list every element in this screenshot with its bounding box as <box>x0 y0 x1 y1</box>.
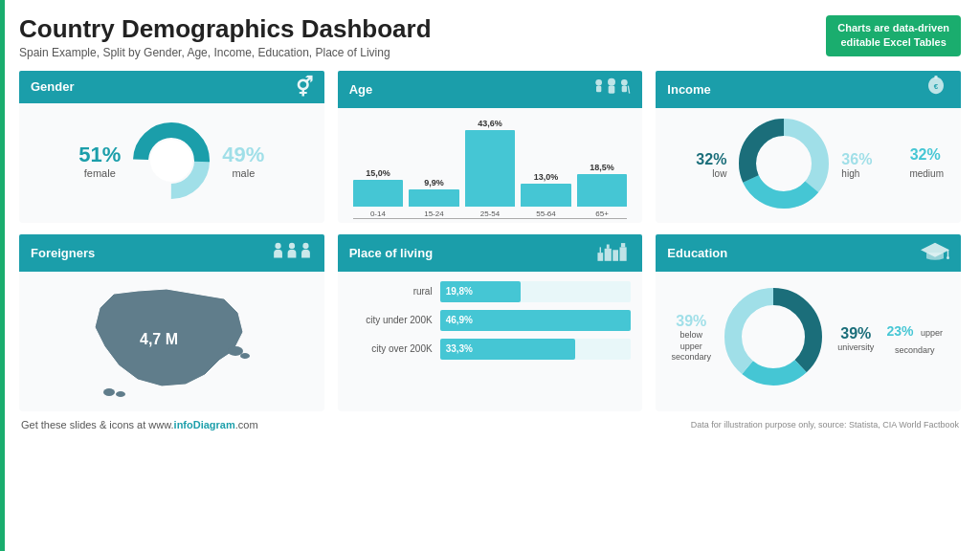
gender-label: Gender <box>31 79 75 94</box>
svg-text:4,7 M: 4,7 M <box>140 331 178 347</box>
edu-donut-svg <box>721 284 826 389</box>
svg-point-22 <box>116 391 125 397</box>
high-label: high <box>841 168 872 179</box>
university-label: university <box>832 342 880 352</box>
dashboard: Country Demographics Dashboard Spain Exa… <box>0 0 980 551</box>
place-bar-pct: 33,3% <box>446 343 473 354</box>
bar-baseline <box>353 218 628 219</box>
age-bar-group: 13,0% 55-64 <box>521 172 571 218</box>
excel-badge: Charts are data-driven editable Excel Ta… <box>826 15 961 56</box>
university-pct: 39% <box>832 325 880 342</box>
brand-name: infoDiagram <box>174 419 235 430</box>
svg-rect-28 <box>613 250 619 261</box>
below-upper-pct: 39% <box>667 313 715 330</box>
bar-fill <box>577 174 628 207</box>
header-text: Country Demographics Dashboard Spain Exa… <box>19 15 432 59</box>
footer-left: Get these slides & icons at www.infoDiag… <box>21 419 258 430</box>
page-subtitle: Spain Example, Split by Gender, Age, Inc… <box>19 46 432 59</box>
male-pct: 49% <box>222 143 264 167</box>
svg-rect-25 <box>600 247 601 253</box>
foreigners-banner: Foreigners <box>19 234 324 272</box>
bar-fill <box>465 130 516 207</box>
footer: Get these slides & icons at www.infoDiag… <box>19 419 961 430</box>
education-card: Education 39% belowuppersecondary <box>656 234 961 411</box>
svg-point-33 <box>947 256 949 259</box>
male-label: male <box>222 167 264 179</box>
svg-rect-24 <box>598 253 604 261</box>
place-bar-pct: 19,8% <box>446 286 473 297</box>
edu-donut-wrapper: 39% belowuppersecondary <box>667 284 880 393</box>
main-grid: Gender ⚥ 51% female 49% <box>19 71 961 411</box>
gender-body: 51% female 49% male <box>19 103 324 218</box>
age-body: 15,0% 0-14 9,9% 15-24 43,6% 25-54 13,0% … <box>338 108 643 223</box>
svg-point-21 <box>103 388 115 396</box>
low-pct: 32% <box>696 151 726 168</box>
place-bar-label: city over 200K <box>349 343 440 354</box>
bar-fill <box>353 180 404 207</box>
age-bar-group: 9,9% 15-24 <box>409 178 459 218</box>
place-bar-label: city under 200K <box>349 315 440 325</box>
male-stat: 49% male <box>222 143 264 179</box>
age-label: Age <box>349 82 373 97</box>
high-pct: 36% <box>841 151 872 168</box>
medium-label: medium <box>909 168 944 179</box>
age-bar-group: 18,5% 65+ <box>577 163 628 218</box>
bar-pct-label: 13,0% <box>534 172 559 182</box>
svg-point-18 <box>302 242 308 248</box>
upper-secondary-pct: 23% <box>886 323 913 339</box>
age-bar-group: 15,0% 0-14 <box>353 168 404 218</box>
gender-banner: Gender ⚥ <box>19 71 324 103</box>
svg-rect-8 <box>622 85 627 92</box>
svg-text:€: € <box>934 81 939 90</box>
foreigners-label: Foreigners <box>31 246 95 260</box>
age-card: Age <box>338 71 643 223</box>
bar-pct-label: 43,6% <box>478 119 502 128</box>
education-body: 39% belowuppersecondary <box>656 272 961 406</box>
foreigners-body: 4,7 M <box>19 272 324 411</box>
header: Country Demographics Dashboard Spain Exa… <box>19 15 961 59</box>
place-bar-row: city under 200K 46,9% <box>349 310 632 331</box>
bar-range-label: 55-64 <box>536 209 555 218</box>
svg-rect-26 <box>605 248 612 260</box>
bar-range-label: 15-24 <box>424 209 443 218</box>
place-label: Place of living <box>349 246 433 260</box>
svg-point-38 <box>745 308 802 365</box>
bar-range-label: 25-54 <box>480 209 500 218</box>
bar-fill <box>409 189 459 207</box>
below-upper-label: belowuppersecondary <box>667 330 715 364</box>
gender-donut <box>128 118 214 204</box>
left-accent-bar <box>0 0 5 551</box>
svg-point-19 <box>228 346 243 356</box>
svg-rect-4 <box>596 85 601 92</box>
place-bar-row: city over 200K 33,3% <box>349 339 632 360</box>
income-body: 32% low <box>656 108 961 223</box>
income-card: Income € 32% low <box>656 71 961 223</box>
bar-fill <box>521 184 571 207</box>
svg-rect-11 <box>934 76 937 78</box>
place-body: rural 19,8% city under 200K 46,9% city o… <box>338 272 643 406</box>
place-bar-pct: 46,9% <box>446 315 473 325</box>
spain-map: 4,7 M <box>80 279 262 404</box>
place-bar-row: rural 19,8% <box>349 281 632 302</box>
svg-point-16 <box>275 242 280 248</box>
footer-right: Data for illustration purpose only, sour… <box>691 420 959 430</box>
svg-point-5 <box>608 77 615 85</box>
place-bar-track: 46,9% <box>440 310 632 331</box>
svg-point-15 <box>757 137 811 190</box>
place-bar-label: rural <box>349 286 440 297</box>
female-label: female <box>78 167 121 179</box>
female-pct: 51% <box>78 143 121 167</box>
place-bar-track: 33,3% <box>440 339 632 360</box>
income-banner: Income € <box>656 71 961 108</box>
bar-range-label: 65+ <box>595 209 609 218</box>
svg-rect-27 <box>607 244 610 248</box>
place-bar-fill: 33,3% <box>440 339 576 360</box>
education-banner: Education <box>656 234 961 272</box>
svg-point-20 <box>240 353 250 359</box>
svg-rect-29 <box>620 247 627 260</box>
income-label: Income <box>667 82 711 97</box>
svg-point-2 <box>150 140 192 182</box>
bar-range-label: 0-14 <box>370 209 386 218</box>
place-bar-track: 19,8% <box>440 281 632 302</box>
foreigners-card: Foreigners <box>19 234 324 411</box>
